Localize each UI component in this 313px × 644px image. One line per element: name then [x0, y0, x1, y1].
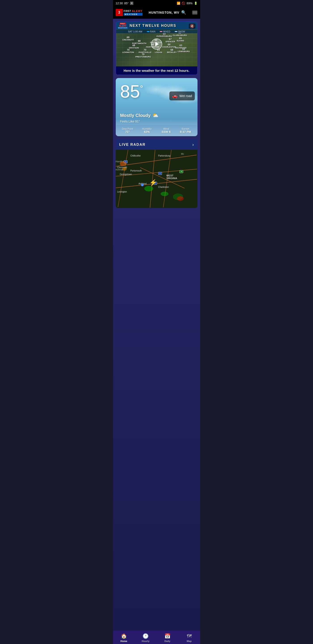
map-icon: 🗺 [187, 633, 192, 639]
sunset-detail: Sunset 8:37 PM [176, 128, 195, 134]
wind-value: SSW 6 [157, 130, 176, 134]
radar-header[interactable]: LIVE RADAR › [116, 139, 198, 150]
radar-city-charleston: Charleston [158, 186, 169, 188]
condition-text: Mostly Cloudy [120, 113, 151, 118]
map-city-lexington: 70 LEXINGTON [122, 48, 134, 54]
humidity-detail: Humidity 62% [137, 128, 157, 134]
highway-77a: 77 [158, 172, 162, 175]
header-location: HUNTINGTON, WV 🔍 [149, 10, 186, 15]
wind-detail: Wind SSW 6 [157, 128, 176, 134]
video-overlay-header: FIRST ALERT WEATHER NEXT TWELVE HOURS [116, 22, 197, 30]
main-content: 69 CINCINNATI 69 PARKERSBURG 66 CLARKSBU… [113, 19, 200, 630]
nav-home-label: Home [120, 640, 127, 642]
nav-hourly-label: Hourly [142, 640, 149, 642]
location-dot [141, 184, 144, 186]
radar-card: LIVE RADAR › Chillicothe Parkersburg Cin… [116, 139, 198, 208]
humidity-value: 62% [137, 130, 157, 134]
radar-state-label: WESTVIRGINIA [166, 174, 177, 180]
temperature-value: 85 [120, 82, 140, 101]
map-city-paintsville: 70 PAINTSVILLE [139, 48, 151, 54]
weather-condition: Mostly Cloudy ⛅ [120, 112, 159, 118]
condition-icon: ⛅ [152, 112, 158, 118]
wet-road-label: Wet road [179, 94, 192, 98]
shield-77a-label: 77 [158, 172, 162, 175]
temperature-display: 85° [120, 82, 143, 100]
video-container[interactable]: 69 CINCINNATI 69 PARKERSBURG 66 CLARKSBU… [116, 22, 197, 66]
app-logo: 3 FIRST ALERT WEATHER [116, 9, 143, 16]
volume-icon[interactable]: 🔇 [189, 24, 196, 28]
weather-card: 85° 🚗 Wet road Mostly Cloudy ⛅ Feels Lik… [116, 78, 198, 136]
humidity-label: Humidity [137, 128, 157, 130]
precip-1 [120, 162, 126, 166]
logo-text-container: FIRST ALERT WEATHER [124, 10, 143, 16]
radar-title: LIVE RADAR [119, 143, 146, 147]
radar-city-georgetown: Georgetown [120, 173, 132, 176]
legend-snow: SNOW [175, 30, 185, 33]
road-h1 [116, 155, 197, 166]
shield-79-label: 79 [179, 170, 183, 173]
badge-alert: ALERT [119, 24, 126, 27]
precip-red [177, 196, 184, 201]
map-city-charleston: 66 CHARLESTON [162, 43, 176, 48]
hourly-icon: 🕐 [143, 633, 149, 639]
logo-number-box: 3 [116, 9, 123, 16]
nav-hourly[interactable]: 🕐 Hourly [139, 633, 152, 642]
home-icon: 🏠 [121, 633, 127, 639]
dew-point-value: 71° [118, 130, 137, 134]
radar-city-lexington: Lexington [117, 190, 127, 193]
nav-daily[interactable]: 📅 Daily [161, 633, 174, 642]
badge-first: FIRST [119, 22, 126, 24]
precip-4 [161, 192, 168, 196]
battery-icon: 🔋 [194, 2, 198, 5]
legend-mixed: MIXED [160, 30, 170, 33]
menu-button[interactable] [192, 11, 197, 14]
logo-alert: ALERT [132, 10, 142, 13]
lightning-icon: ⚡ [149, 179, 157, 186]
logo-number: 3 [118, 11, 120, 14]
map-city-prestonburg: 70 PRESTONBURG [135, 53, 151, 58]
nav-map[interactable]: 🗺 Map [183, 633, 196, 642]
wet-road-icon: 🚗 [172, 93, 178, 98]
status-time: 12:30 [116, 2, 123, 5]
status-notification: ✕ [130, 2, 133, 5]
sunset-value: 8:37 PM [176, 130, 195, 134]
sunset-label: Sunset [176, 128, 195, 130]
map-city-beckley: 68 BECKLEY [167, 48, 177, 54]
radar-city-mc: Mc [181, 153, 184, 155]
dew-point-label: Dew Point [118, 128, 137, 130]
play-button[interactable] [151, 38, 162, 50]
nav-daily-label: Daily [164, 640, 170, 642]
wet-road-badge: 🚗 Wet road [169, 92, 195, 100]
feels-like-label: Feels Like [120, 120, 134, 123]
dnd-icon: 🚫 [182, 2, 185, 5]
badge-weather: WEATHER [118, 27, 128, 28]
degree-symbol: ° [140, 84, 143, 93]
wifi-icon: 📶 [177, 2, 180, 5]
radar-city-chillicothe: Chillicothe [130, 154, 141, 157]
radar-city-parkersburg: Parkersburg [158, 154, 170, 157]
map-city-spencer: 67 SPENCER [166, 38, 175, 43]
video-subtitle: SAT 1:00 AM RAIN MIXED SNOW [116, 30, 197, 33]
weather-details: Dew Point 71° Humidity 62% Wind SSW 6 Su… [116, 125, 198, 136]
bottom-nav: 🏠 Home 🕐 Hourly 📅 Daily 🗺 Map [113, 630, 200, 644]
status-temp: 85° [124, 2, 129, 5]
map-city-elkins: 65 ELKINS [177, 37, 184, 42]
precip-3 [144, 186, 153, 192]
video-caption: Here is the weather for the next 12 hour… [116, 66, 197, 75]
highway-79: 79 [179, 170, 183, 173]
radar-city-portsmouth: Portsmouth [130, 170, 142, 172]
feels-like-value: 91° [135, 120, 140, 123]
app-header: 3 FIRST ALERT WEATHER HUNTINGTON, WV 🔍 [113, 6, 200, 19]
map-city-portsmouth: 68 PORTSMOUTH [132, 40, 146, 44]
radar-map[interactable]: Chillicothe Parkersburg Cincinnati Georg… [116, 150, 198, 208]
nav-home[interactable]: 🏠 Home [117, 633, 130, 642]
radar-arrow-icon: › [192, 142, 194, 147]
feels-like: Feels Like 91° [120, 120, 140, 123]
video-title: NEXT TWELVE HOURS [130, 24, 176, 28]
road-v1 [118, 150, 128, 207]
status-bar: 12:30 85° ✕ 📶 🚫 69% 🔋 [113, 0, 200, 6]
legend-rain: RAIN [147, 30, 155, 33]
precip-2 [122, 167, 127, 170]
search-icon[interactable]: 🔍 [181, 10, 186, 15]
video-badge: FIRST ALERT WEATHER [118, 22, 128, 28]
